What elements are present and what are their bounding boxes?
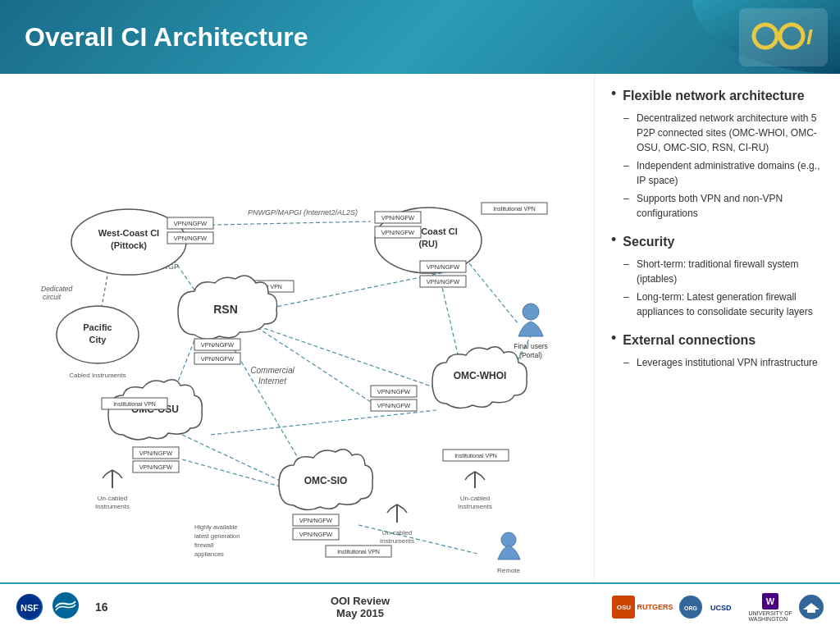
- svg-point-1: [780, 25, 803, 48]
- highly-available-label3: firewall: [194, 541, 214, 549]
- vpn-box-2: VPN/NGFW: [174, 235, 208, 242]
- remote-users-label: Remote: [497, 567, 521, 574]
- svg-line-46: [103, 474, 106, 478]
- dash-1: –: [623, 111, 632, 126]
- nsf-logo: NSF: [16, 594, 43, 620]
- page-title: Overall CI Architecture: [25, 22, 308, 52]
- west-coast-label2: (Pittock): [111, 240, 147, 250]
- sub-item-short-term: – Short-term: traditional firewall syste…: [623, 257, 824, 286]
- svg-text:I: I: [806, 25, 813, 49]
- vpn-rsn-2: VPN/NGFW: [201, 355, 235, 363]
- pnwgp-mapgi-label: PNWGP/MAPGI (Internet2/AL2S): [248, 208, 358, 217]
- pacific-city-label: Pacific: [83, 322, 112, 332]
- svg-text:ORG: ORG: [684, 605, 698, 611]
- vpn-sio-1: VPN/NGFW: [299, 517, 333, 524]
- footer-left: NSF 16: [16, 591, 108, 623]
- footer-line2: May 2015: [331, 607, 390, 619]
- svg-line-45: [112, 470, 119, 474]
- bullet-external: • External connections: [611, 331, 824, 350]
- svg-text:W: W: [766, 596, 775, 606]
- omc-whoi-label: OMC-WHOI: [454, 370, 507, 381]
- sub-text-independent: Independent administrative domains (e.g.…: [637, 158, 824, 188]
- vpn-osu-2: VPN/NGFW: [139, 463, 173, 471]
- inst-vpn-osu: Institutional VPN: [113, 401, 156, 407]
- ocean-leadership-logo: [51, 591, 80, 623]
- sub-text-decentralized: Decentralized network architecture with …: [637, 111, 824, 155]
- vpn-osu-1: VPN/NGFW: [139, 450, 173, 457]
- dash-2: –: [623, 158, 632, 173]
- uncabled-osu-label: Un-cabled: [98, 495, 127, 502]
- slide-footer: NSF 16 OOI Review May 2015 OSU RUTGERS: [0, 582, 840, 630]
- footer-right: OSU RUTGERS ORG UCSD W UNIVERSITY OFWASH…: [612, 592, 824, 622]
- svg-line-16: [252, 324, 371, 402]
- svg-line-47: [119, 474, 122, 478]
- slide-header: Overall CI Architecture I: [0, 0, 840, 74]
- sub-item-leverages: – Leverages institutional VPN infrastruc…: [623, 355, 824, 370]
- osu-logo: OSU RUTGERS: [612, 596, 673, 619]
- inst-vpn-1: Institutional VPN: [493, 206, 536, 212]
- svg-text:NSF: NSF: [21, 603, 39, 613]
- dash-5: –: [623, 290, 632, 304]
- east-coast-label2: (RU): [418, 239, 438, 249]
- svg-point-31: [523, 304, 539, 320]
- inst-logo-3: ORG: [679, 596, 702, 619]
- bullet-dot-2: •: [611, 232, 616, 247]
- security-heading: Security: [623, 232, 674, 252]
- uncabled-whoi-label2: Instruments: [458, 503, 492, 510]
- uncabled-sio-label: Un-cabled: [382, 529, 412, 536]
- footer-line1: OOI Review: [331, 595, 390, 607]
- uncabled-osu-label2: Instruments: [95, 503, 130, 510]
- bullet-security: • Security: [611, 232, 824, 252]
- uncabled-sio-label2: Instruments: [380, 537, 414, 545]
- commercial-internet-label: Commercial: [250, 366, 294, 375]
- vpn-rsn-1: VPN/NGFW: [201, 341, 235, 349]
- vpn-sio-2: VPN/NGFW: [299, 531, 333, 538]
- sub-text-supports: Supports both VPN and non-VPN configurat…: [637, 191, 824, 221]
- ooi-logo: I: [739, 8, 828, 66]
- sub-item-long-term: – Long-term: Latest generation firewall …: [623, 290, 824, 319]
- inst-logo-last: [799, 595, 824, 619]
- sub-text-leverages: Leverages institutional VPN infrastructu…: [637, 355, 818, 370]
- page-number: 16: [95, 600, 108, 614]
- sub-item-supports: – Supports both VPN and non-VPN configur…: [623, 191, 824, 221]
- svg-line-54: [387, 509, 390, 513]
- main-content: PNWGP/MAPGI (Internet2/AL2S) PNWGP Dedic…: [0, 74, 840, 582]
- svg-line-55: [404, 509, 407, 513]
- inst-vpn-sio: Institutional VPN: [337, 549, 380, 555]
- rsn-label: RSN: [213, 303, 238, 316]
- svg-point-56: [501, 532, 516, 547]
- highly-available-label: Highly available: [194, 523, 238, 531]
- notes-area: • Flexible network architecture – Decent…: [594, 74, 840, 582]
- west-coast-label: West-Coast CI: [98, 228, 159, 238]
- vpn-whoi-1: VPN/NGFW: [377, 388, 411, 395]
- ucsd-logo: UCSD: [709, 599, 742, 615]
- svg-line-37: [475, 472, 482, 476]
- final-users-label2: (Portal): [519, 351, 542, 359]
- vpn-box-1: VPN/NGFW: [174, 220, 208, 227]
- svg-line-38: [465, 476, 468, 480]
- cabled-instruments-label: Cabled Instruments: [69, 372, 126, 379]
- svg-line-11: [211, 410, 436, 435]
- sub-text-long-term: Long-term: Latest generation firewall ap…: [637, 290, 824, 319]
- svg-line-52: [390, 504, 397, 509]
- svg-text:UCSD: UCSD: [710, 604, 732, 612]
- uw-logo: W UNIVERSITY OFWASHINGTON: [748, 592, 792, 622]
- pacific-city-label2: City: [89, 335, 107, 345]
- inst-vpn-whoi: Institutional VPN: [454, 453, 497, 459]
- commercial-internet-label2: Internet: [258, 377, 287, 386]
- uncabled-whoi-label: Un-cabled: [460, 495, 490, 502]
- svg-line-12: [465, 258, 518, 324]
- svg-point-0: [754, 25, 777, 48]
- svg-line-53: [397, 504, 404, 509]
- dash-3: –: [623, 191, 632, 206]
- final-users-label: Final users: [514, 342, 548, 350]
- vpn-box-3: VPN/NGFW: [381, 214, 415, 221]
- diagram-area: PNWGP/MAPGI (Internet2/AL2S) PNWGP Dedic…: [0, 74, 594, 582]
- bullet-dot-1: •: [611, 86, 616, 101]
- vpn-box-6: VPN/NGFW: [427, 278, 460, 285]
- sub-item-independent: – Independent administrative domains (e.…: [623, 158, 824, 188]
- svg-line-44: [106, 470, 112, 474]
- footer-center: OOI Review May 2015: [331, 595, 390, 619]
- highly-available-label4: appliances: [194, 550, 224, 558]
- bullet-dot-3: •: [611, 331, 616, 345]
